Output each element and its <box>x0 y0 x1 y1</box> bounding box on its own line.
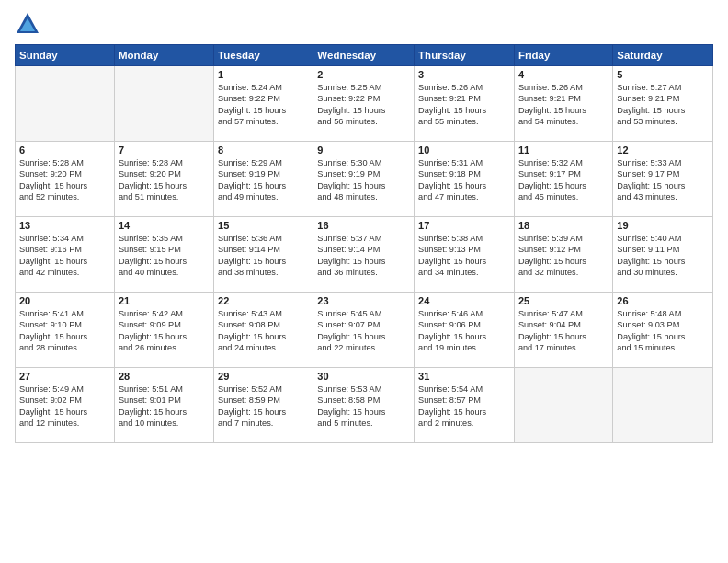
calendar-cell: 31Sunrise: 5:54 AM Sunset: 8:57 PM Dayli… <box>415 368 515 443</box>
day-number: 27 <box>19 371 110 382</box>
weekday-header: Wednesday <box>313 45 415 66</box>
calendar-week-row: 27Sunrise: 5:49 AM Sunset: 9:02 PM Dayli… <box>16 368 713 443</box>
day-number: 28 <box>119 371 210 382</box>
day-number: 5 <box>617 69 709 80</box>
day-info: Sunrise: 5:29 AM Sunset: 9:19 PM Dayligh… <box>218 157 309 203</box>
calendar-cell: 20Sunrise: 5:41 AM Sunset: 9:10 PM Dayli… <box>16 293 115 368</box>
calendar-cell: 30Sunrise: 5:53 AM Sunset: 8:58 PM Dayli… <box>313 368 415 443</box>
calendar-cell <box>16 66 115 142</box>
day-number: 11 <box>518 144 609 155</box>
calendar-cell: 28Sunrise: 5:51 AM Sunset: 9:01 PM Dayli… <box>114 368 213 443</box>
calendar-cell <box>514 368 612 443</box>
day-info: Sunrise: 5:24 AM Sunset: 9:22 PM Dayligh… <box>218 82 309 128</box>
calendar-cell: 18Sunrise: 5:39 AM Sunset: 9:12 PM Dayli… <box>514 217 612 293</box>
calendar-cell: 14Sunrise: 5:35 AM Sunset: 9:15 PM Dayli… <box>114 217 213 293</box>
calendar-cell: 24Sunrise: 5:46 AM Sunset: 9:06 PM Dayli… <box>415 293 515 368</box>
weekday-header: Friday <box>514 45 612 66</box>
day-info: Sunrise: 5:34 AM Sunset: 9:16 PM Dayligh… <box>19 233 110 279</box>
day-number: 26 <box>617 295 709 306</box>
calendar-cell: 2Sunrise: 5:25 AM Sunset: 9:22 PM Daylig… <box>313 66 415 142</box>
day-number: 15 <box>218 220 309 231</box>
calendar-cell: 13Sunrise: 5:34 AM Sunset: 9:16 PM Dayli… <box>16 217 115 293</box>
day-number: 7 <box>119 144 210 155</box>
weekday-header: Monday <box>114 45 213 66</box>
day-number: 22 <box>218 295 309 306</box>
day-number: 19 <box>617 220 709 231</box>
day-info: Sunrise: 5:35 AM Sunset: 9:15 PM Dayligh… <box>119 233 210 279</box>
calendar-cell: 1Sunrise: 5:24 AM Sunset: 9:22 PM Daylig… <box>214 66 313 142</box>
day-info: Sunrise: 5:30 AM Sunset: 9:19 PM Dayligh… <box>317 157 410 203</box>
calendar-cell <box>613 368 713 443</box>
logo <box>15 11 44 37</box>
day-number: 9 <box>317 144 410 155</box>
day-info: Sunrise: 5:48 AM Sunset: 9:03 PM Dayligh… <box>617 308 709 354</box>
calendar-cell: 6Sunrise: 5:28 AM Sunset: 9:20 PM Daylig… <box>16 142 115 217</box>
calendar-cell: 19Sunrise: 5:40 AM Sunset: 9:11 PM Dayli… <box>613 217 713 293</box>
calendar-cell: 10Sunrise: 5:31 AM Sunset: 9:18 PM Dayli… <box>415 142 515 217</box>
calendar-cell: 7Sunrise: 5:28 AM Sunset: 9:20 PM Daylig… <box>114 142 213 217</box>
day-number: 23 <box>317 295 410 306</box>
day-info: Sunrise: 5:46 AM Sunset: 9:06 PM Dayligh… <box>418 308 510 354</box>
day-number: 24 <box>418 295 510 306</box>
day-number: 20 <box>19 295 110 306</box>
calendar-cell: 29Sunrise: 5:52 AM Sunset: 8:59 PM Dayli… <box>214 368 313 443</box>
day-number: 13 <box>19 220 110 231</box>
day-number: 1 <box>218 69 309 80</box>
calendar-cell: 11Sunrise: 5:32 AM Sunset: 9:17 PM Dayli… <box>514 142 612 217</box>
day-info: Sunrise: 5:41 AM Sunset: 9:10 PM Dayligh… <box>19 308 110 354</box>
day-info: Sunrise: 5:26 AM Sunset: 9:21 PM Dayligh… <box>518 82 609 128</box>
day-info: Sunrise: 5:26 AM Sunset: 9:21 PM Dayligh… <box>418 82 510 128</box>
day-number: 6 <box>19 144 110 155</box>
day-info: Sunrise: 5:45 AM Sunset: 9:07 PM Dayligh… <box>317 308 410 354</box>
calendar-week-row: 6Sunrise: 5:28 AM Sunset: 9:20 PM Daylig… <box>16 142 713 217</box>
day-info: Sunrise: 5:25 AM Sunset: 9:22 PM Dayligh… <box>317 82 410 128</box>
weekday-header: Thursday <box>415 45 515 66</box>
logo-icon <box>15 11 40 37</box>
calendar-week-row: 20Sunrise: 5:41 AM Sunset: 9:10 PM Dayli… <box>16 293 713 368</box>
day-number: 2 <box>317 69 410 80</box>
day-number: 10 <box>418 144 510 155</box>
day-info: Sunrise: 5:31 AM Sunset: 9:18 PM Dayligh… <box>418 157 510 203</box>
calendar-week-row: 13Sunrise: 5:34 AM Sunset: 9:16 PM Dayli… <box>16 217 713 293</box>
day-info: Sunrise: 5:28 AM Sunset: 9:20 PM Dayligh… <box>19 157 110 203</box>
day-info: Sunrise: 5:32 AM Sunset: 9:17 PM Dayligh… <box>518 157 609 203</box>
day-info: Sunrise: 5:53 AM Sunset: 8:58 PM Dayligh… <box>317 384 410 430</box>
day-info: Sunrise: 5:28 AM Sunset: 9:20 PM Dayligh… <box>119 157 210 203</box>
day-number: 12 <box>617 144 709 155</box>
calendar-cell: 23Sunrise: 5:45 AM Sunset: 9:07 PM Dayli… <box>313 293 415 368</box>
day-number: 3 <box>418 69 510 80</box>
day-number: 16 <box>317 220 410 231</box>
day-info: Sunrise: 5:51 AM Sunset: 9:01 PM Dayligh… <box>119 384 210 430</box>
calendar-cell: 9Sunrise: 5:30 AM Sunset: 9:19 PM Daylig… <box>313 142 415 217</box>
day-number: 30 <box>317 371 410 382</box>
day-info: Sunrise: 5:38 AM Sunset: 9:13 PM Dayligh… <box>418 233 510 279</box>
calendar-cell: 12Sunrise: 5:33 AM Sunset: 9:17 PM Dayli… <box>613 142 713 217</box>
page: SundayMondayTuesdayWednesdayThursdayFrid… <box>0 0 728 563</box>
day-number: 29 <box>218 371 309 382</box>
day-info: Sunrise: 5:43 AM Sunset: 9:08 PM Dayligh… <box>218 308 309 354</box>
calendar: SundayMondayTuesdayWednesdayThursdayFrid… <box>15 44 713 443</box>
calendar-cell: 21Sunrise: 5:42 AM Sunset: 9:09 PM Dayli… <box>114 293 213 368</box>
calendar-cell <box>114 66 213 142</box>
day-info: Sunrise: 5:33 AM Sunset: 9:17 PM Dayligh… <box>617 157 709 203</box>
calendar-cell: 25Sunrise: 5:47 AM Sunset: 9:04 PM Dayli… <box>514 293 612 368</box>
day-number: 8 <box>218 144 309 155</box>
day-info: Sunrise: 5:47 AM Sunset: 9:04 PM Dayligh… <box>518 308 609 354</box>
calendar-cell: 16Sunrise: 5:37 AM Sunset: 9:14 PM Dayli… <box>313 217 415 293</box>
day-number: 25 <box>518 295 609 306</box>
calendar-cell: 3Sunrise: 5:26 AM Sunset: 9:21 PM Daylig… <box>415 66 515 142</box>
calendar-week-row: 1Sunrise: 5:24 AM Sunset: 9:22 PM Daylig… <box>16 66 713 142</box>
calendar-cell: 22Sunrise: 5:43 AM Sunset: 9:08 PM Dayli… <box>214 293 313 368</box>
day-number: 31 <box>418 371 510 382</box>
day-number: 18 <box>518 220 609 231</box>
calendar-cell: 8Sunrise: 5:29 AM Sunset: 9:19 PM Daylig… <box>214 142 313 217</box>
day-number: 14 <box>119 220 210 231</box>
day-info: Sunrise: 5:27 AM Sunset: 9:21 PM Dayligh… <box>617 82 709 128</box>
weekday-header: Saturday <box>613 45 713 66</box>
calendar-cell: 15Sunrise: 5:36 AM Sunset: 9:14 PM Dayli… <box>214 217 313 293</box>
weekday-header-row: SundayMondayTuesdayWednesdayThursdayFrid… <box>16 45 713 66</box>
day-info: Sunrise: 5:49 AM Sunset: 9:02 PM Dayligh… <box>19 384 110 430</box>
day-info: Sunrise: 5:54 AM Sunset: 8:57 PM Dayligh… <box>418 384 510 430</box>
day-number: 17 <box>418 220 510 231</box>
day-number: 21 <box>119 295 210 306</box>
